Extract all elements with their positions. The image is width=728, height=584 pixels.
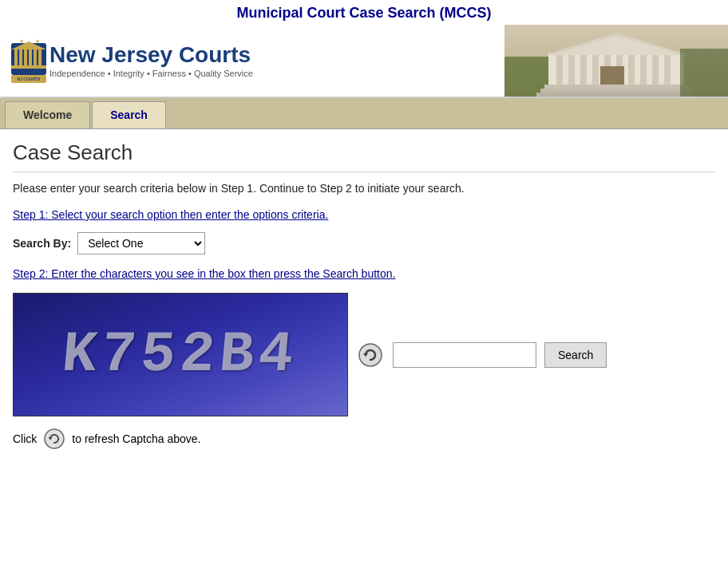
svg-text:★: ★ [35, 38, 40, 44]
svg-rect-8 [11, 65, 46, 69]
svg-rect-5 [34, 49, 37, 65]
captcha-input[interactable] [393, 342, 536, 368]
svg-rect-18 [580, 55, 587, 87]
logo-text: New Jersey Courts Independence • Integri… [49, 43, 253, 79]
svg-text:NJ COURTS: NJ COURTS [18, 77, 42, 81]
svg-rect-1 [14, 49, 18, 65]
svg-rect-4 [29, 49, 32, 65]
app-title: Municipal Court Case Search (MCCS) [0, 0, 728, 25]
nj-seal-icon: NJ COURTS ★ ★ [8, 35, 49, 86]
header-courthouse-image [504, 25, 728, 97]
svg-rect-3 [24, 49, 27, 65]
refresh-captcha-button[interactable] [356, 341, 385, 369]
refresh-text-after: to refresh Captcha above. [72, 432, 200, 445]
search-button[interactable]: Search [544, 342, 607, 368]
captcha-image: K752B4 [13, 293, 348, 416]
svg-rect-30 [536, 93, 696, 97]
org-name: New Jersey Courts [49, 43, 253, 68]
refresh-captcha-inline-button[interactable] [43, 428, 65, 450]
svg-rect-31 [600, 66, 624, 85]
svg-rect-23 [640, 55, 647, 87]
tab-search[interactable]: Search [92, 101, 166, 128]
svg-rect-16 [556, 55, 563, 87]
svg-rect-24 [652, 55, 659, 87]
step2-header: Step 2: Enter the characters you see in … [13, 267, 715, 282]
captcha-text: K752B4 [60, 322, 301, 388]
svg-text:★: ★ [19, 38, 24, 44]
tab-welcome[interactable]: Welcome [5, 101, 90, 128]
svg-rect-6 [38, 49, 42, 65]
org-tagline: Independence • Integrity • Fairness • Qu… [49, 69, 253, 78]
main-content: Case Search Please enter your search cri… [0, 129, 728, 466]
svg-rect-25 [664, 55, 671, 87]
page-title: Case Search [13, 140, 715, 172]
svg-rect-17 [568, 55, 575, 87]
search-by-row: Search By: Select One [13, 232, 715, 255]
logo-area: NJ COURTS ★ ★ New Jersey Courts Independ… [0, 25, 504, 97]
svg-rect-19 [592, 55, 599, 87]
navigation-bar: Welcome Search [0, 98, 728, 129]
svg-rect-28 [544, 85, 688, 89]
intro-text: Please enter your search criteria below … [13, 180, 715, 197]
svg-rect-32 [680, 49, 728, 97]
svg-rect-2 [19, 49, 22, 65]
refresh-row: Click to refresh Captcha above. [13, 428, 715, 450]
search-by-label: Search By: [13, 237, 71, 250]
svg-rect-29 [540, 89, 692, 93]
search-by-select[interactable]: Select One [77, 232, 205, 255]
step1-header: Step 1: Select your search option then e… [13, 208, 715, 223]
captcha-area: K752B4 Search [13, 293, 715, 416]
svg-rect-22 [628, 55, 635, 87]
refresh-text-before: Click [13, 432, 37, 445]
